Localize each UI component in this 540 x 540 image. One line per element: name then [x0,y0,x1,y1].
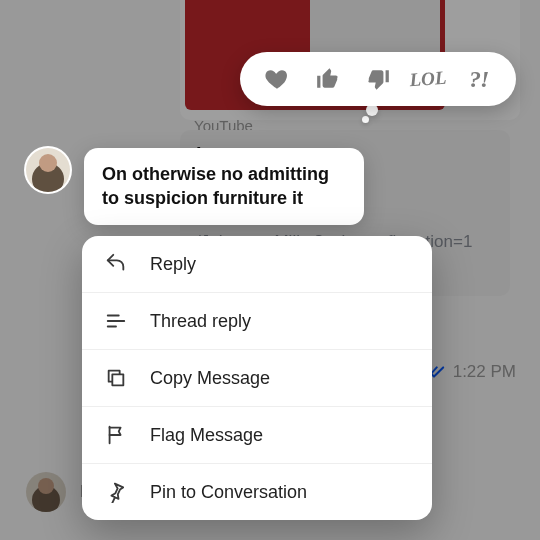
reaction-bar-tail [362,104,382,124]
menu-label: Flag Message [150,425,263,446]
chat-screen: YouTube h Stream C… to Johannes utube.co… [0,0,540,540]
reply-arrow-icon [104,252,128,276]
menu-label: Pin to Conversation [150,482,307,503]
message-bubble[interactable]: On otherwise no admitting to suspicion f… [84,148,364,225]
menu-item-copy[interactable]: Copy Message [82,349,432,406]
avatar[interactable] [26,148,70,192]
reaction-lol[interactable]: LOL [408,59,449,100]
menu-item-thread-reply[interactable]: Thread reply [82,292,432,349]
reaction-thumbs-up[interactable] [309,60,347,98]
menu-item-reply[interactable]: Reply [82,236,432,292]
reaction-wut[interactable]: ?! [460,60,498,98]
menu-item-pin[interactable]: Pin to Conversation [82,463,432,520]
reaction-love[interactable] [258,60,296,98]
reaction-bar: LOL ?! [240,52,516,106]
menu-label: Thread reply [150,311,251,332]
message-context-menu: Reply Thread reply Copy Message Flag Mes… [82,236,432,520]
svg-rect-3 [112,374,123,385]
menu-label: Reply [150,254,196,275]
reaction-thumbs-down[interactable] [359,60,397,98]
pin-icon [104,480,128,504]
menu-label: Copy Message [150,368,270,389]
focused-message: On otherwise no admitting to suspicion f… [26,148,364,225]
thread-icon [104,309,128,333]
flag-icon [104,423,128,447]
copy-icon [104,366,128,390]
menu-item-flag[interactable]: Flag Message [82,406,432,463]
